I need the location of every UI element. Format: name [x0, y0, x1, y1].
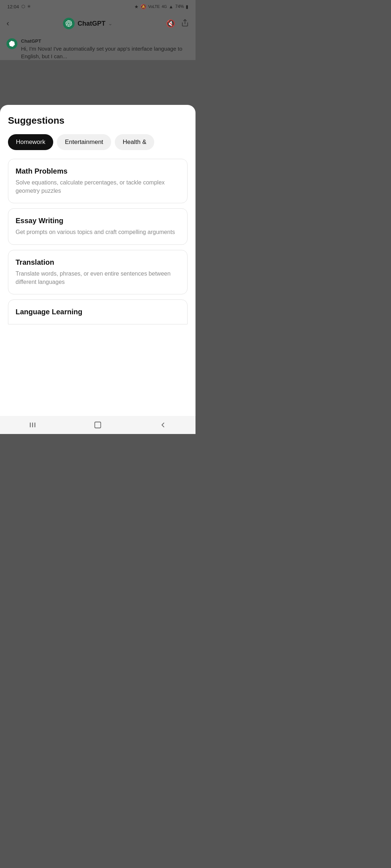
- card-language-learning[interactable]: Language Learning: [8, 299, 188, 324]
- chat-message-content: ChatGPT Hi, I'm Nova! I've automatically…: [21, 38, 189, 60]
- chatgpt-logo: [63, 18, 75, 29]
- recents-button[interactable]: [29, 421, 37, 429]
- mute-button[interactable]: 🔇: [166, 19, 175, 28]
- 4g-icon: 4G: [161, 4, 167, 9]
- bottom-nav: [0, 416, 196, 434]
- status-time: 12:04 ⬡ ✳: [7, 4, 31, 9]
- tab-homework[interactable]: Homework: [8, 134, 53, 150]
- suggestions-sheet: Suggestions Homework Entertainment Healt…: [0, 105, 196, 416]
- chat-message: ChatGPT Hi, I'm Nova! I've automatically…: [7, 38, 189, 60]
- chatgpt-avatar: [7, 38, 17, 49]
- tab-entertainment[interactable]: Entertainment: [57, 134, 111, 150]
- card-translation-title: Translation: [16, 258, 180, 267]
- card-math-desc: Solve equations, calculate percentages, …: [16, 178, 180, 195]
- nav-bar: ‹ ChatGPT ⌄ 🔇: [0, 13, 196, 34]
- app-title-group: ChatGPT ⌄: [63, 18, 112, 29]
- chat-background: ChatGPT Hi, I'm Nova! I've automatically…: [0, 34, 196, 60]
- card-math-title: Math Problems: [16, 167, 180, 175]
- back-button[interactable]: ‹: [7, 19, 9, 28]
- sim-icon: ⬡: [21, 4, 25, 9]
- time-display: 12:04: [7, 4, 19, 9]
- suggestions-title: Suggestions: [8, 115, 188, 126]
- bluetooth-icon: ★: [134, 4, 139, 9]
- app-name: ChatGPT: [77, 20, 105, 27]
- card-translation[interactable]: Translation Translate words, phrases, or…: [8, 250, 188, 294]
- battery-pct: 74%: [175, 4, 184, 9]
- chevron-down-icon[interactable]: ⌄: [108, 21, 112, 26]
- chat-sender-name: ChatGPT: [21, 38, 189, 44]
- card-language-title: Language Learning: [16, 308, 180, 316]
- category-tabs: Homework Entertainment Health &: [8, 134, 188, 150]
- svg-rect-4: [95, 422, 101, 428]
- status-bar: 12:04 ⬡ ✳ ★ 🔕 VoLTE 4G ▲ 74% ▮: [0, 0, 196, 13]
- home-button[interactable]: [94, 421, 102, 429]
- cards-container: Math Problems Solve equations, calculate…: [8, 159, 188, 324]
- network-icon: VoLTE: [148, 4, 160, 9]
- nav-actions: 🔇: [166, 19, 189, 29]
- battery-icon: ▮: [186, 4, 188, 9]
- share-button[interactable]: [181, 19, 189, 29]
- back-nav-button[interactable]: [159, 421, 167, 429]
- notification-icon: ✳: [27, 4, 31, 9]
- tab-health[interactable]: Health &: [115, 134, 154, 150]
- card-essay-title: Essay Writing: [16, 217, 180, 225]
- card-math-problems[interactable]: Math Problems Solve equations, calculate…: [8, 159, 188, 203]
- chat-message-text: Hi, I'm Nova! I've automatically set you…: [21, 45, 189, 60]
- signal-icon: ▲: [169, 4, 173, 9]
- card-essay-desc: Get prompts on various topics and craft …: [16, 228, 180, 236]
- vibrate-icon: 🔕: [140, 4, 146, 9]
- status-icons: ★ 🔕 VoLTE 4G ▲ 74% ▮: [134, 4, 188, 9]
- card-translation-desc: Translate words, phrases, or even entire…: [16, 269, 180, 286]
- card-essay-writing[interactable]: Essay Writing Get prompts on various top…: [8, 208, 188, 244]
